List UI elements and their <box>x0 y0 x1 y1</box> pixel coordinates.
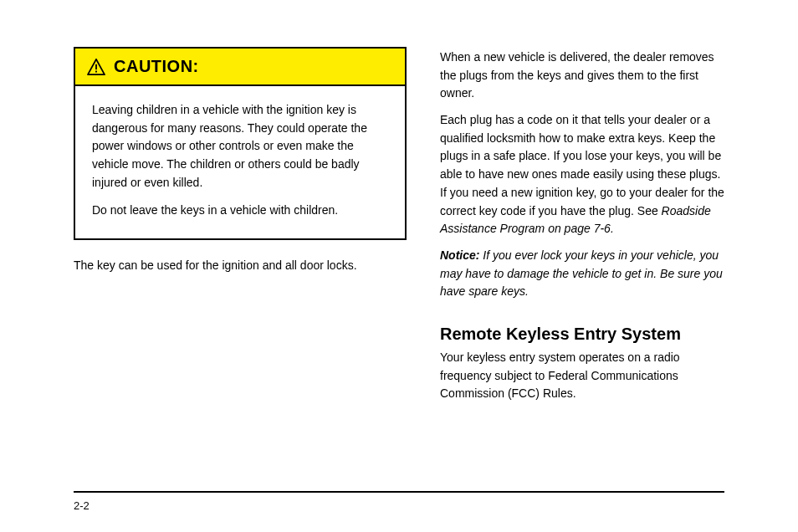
page-footer: 2-2 <box>74 491 724 512</box>
warning-triangle-icon <box>87 59 105 75</box>
right-column: When a new vehicle is delivered, the dea… <box>440 47 724 412</box>
caution-body: Leaving children in a vehicle with the i… <box>75 86 405 238</box>
footer-divider <box>74 491 724 493</box>
caution-box: CAUTION: Leaving children in a vehicle w… <box>74 47 407 240</box>
svg-rect-1 <box>95 70 97 72</box>
content-area: CAUTION: Leaving children in a vehicle w… <box>0 0 798 412</box>
caution-header: CAUTION: <box>75 49 405 86</box>
svg-rect-0 <box>95 64 97 69</box>
notice-heading: Notice: <box>440 248 479 262</box>
caution-title: CAUTION: <box>114 57 199 76</box>
body-text-span: Each plug has a code on it that tells yo… <box>440 113 724 217</box>
body-paragraph: Each plug has a code on it that tells yo… <box>440 111 724 238</box>
notice-paragraph: Notice: If you ever lock your keys in yo… <box>440 247 724 301</box>
left-column: CAUTION: Leaving children in a vehicle w… <box>74 47 407 412</box>
body-paragraph: Your keyless entry system operates on a … <box>440 349 724 403</box>
caution-paragraph: Do not leave the keys in a vehicle with … <box>92 202 388 220</box>
body-paragraph: The key can be used for the ignition and… <box>74 257 407 275</box>
page-number: 2-2 <box>74 499 724 512</box>
notice-text: If you ever lock your keys in your vehic… <box>440 248 723 298</box>
body-paragraph: When a new vehicle is delivered, the dea… <box>440 49 724 103</box>
document-page: CAUTION: Leaving children in a vehicle w… <box>0 0 798 532</box>
section-heading: Remote Keyless Entry System <box>440 325 724 344</box>
caution-paragraph: Leaving children in a vehicle with the i… <box>92 101 388 192</box>
